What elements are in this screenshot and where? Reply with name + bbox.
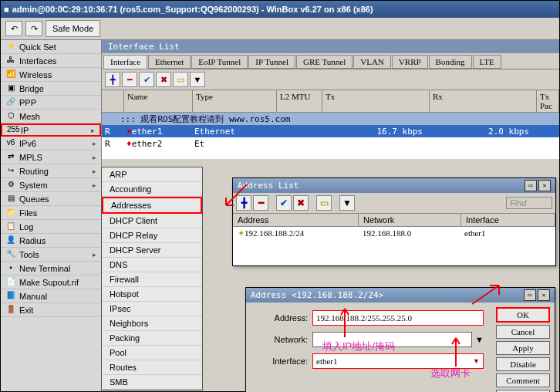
submenu-item-packing[interactable]: Packing: [102, 331, 202, 346]
submenu-item-dhcp-server[interactable]: DHCP Server: [102, 243, 202, 258]
apply-button[interactable]: Apply: [496, 341, 550, 355]
tab-interface[interactable]: Interface: [103, 55, 147, 69]
sidebar-item-queues[interactable]: ▤Queues: [1, 192, 101, 206]
enable-button[interactable]: ✔: [139, 72, 154, 87]
chevron-right-icon: ▸: [93, 154, 96, 161]
address-row[interactable]: ✦192.168.188.2/24 192.168.188.0 ether1: [233, 227, 555, 239]
interface-grid-header: Name Type L2 MTU Tx Rx Tx Pac: [102, 90, 559, 113]
sidebar-item-mesh[interactable]: ⬡Mesh: [1, 110, 101, 123]
sidebar-item-quick-set[interactable]: ⚡Quick Set: [1, 40, 101, 54]
sidebar-item-make-supout.rif[interactable]: 📄Make Supout.rif: [1, 275, 101, 289]
find-input[interactable]: Find: [506, 197, 552, 209]
submenu-item-routes[interactable]: Routes: [102, 360, 202, 375]
menu-icon: 🔧: [5, 249, 16, 260]
col-interface[interactable]: Interface: [461, 214, 555, 226]
undo-button[interactable]: ↶: [5, 21, 22, 36]
sidebar-item-manual[interactable]: 📘Manual: [1, 289, 101, 303]
submenu-item-smb[interactable]: SMB: [102, 375, 202, 390]
tab-eoip-tunnel[interactable]: EoIP Tunnel: [191, 55, 248, 69]
disable-button[interactable]: Disable: [496, 357, 550, 371]
close-icon[interactable]: ✕: [538, 180, 551, 191]
interface-select[interactable]: ether1 ▼: [312, 353, 484, 369]
close-icon[interactable]: ✕: [538, 289, 550, 301]
tab-vlan[interactable]: VLAN: [353, 55, 391, 69]
tab-gre-tunnel[interactable]: GRE Tunnel: [296, 55, 353, 69]
interface-row[interactable]: R♦ether1Ethernet16.7 kbps2.0 kbps: [102, 125, 559, 137]
sidebar-item-wireless[interactable]: 📶Wireless: [1, 68, 101, 82]
remove-button[interactable]: ━: [122, 72, 137, 87]
address-list-title: Address List ▭ ✕: [233, 178, 555, 193]
submenu-item-ipsec[interactable]: IPsec: [102, 302, 202, 316]
submenu-item-pool[interactable]: Pool: [102, 346, 202, 360]
sidebar-item-exit[interactable]: 🚪Exit: [1, 303, 101, 317]
submenu-item-dhcp-relay[interactable]: DHCP Relay: [102, 228, 202, 243]
col-name[interactable]: Name: [124, 90, 193, 112]
sidebar-item-radius[interactable]: 👤Radius: [1, 234, 101, 248]
sidebar-item-bridge[interactable]: ▣Bridge: [1, 82, 101, 96]
comment-button[interactable]: ▭: [173, 72, 188, 87]
sidebar-item-new-terminal[interactable]: ▪New Terminal: [1, 262, 101, 275]
comment-button[interactable]: Comment: [496, 373, 550, 387]
menu-icon: ▤: [5, 194, 16, 204]
col-l2mtu[interactable]: L2 MTU: [277, 90, 322, 112]
sidebar-item-ppp[interactable]: 🔗PPP: [1, 96, 101, 110]
submenu-item-firewall[interactable]: Firewall: [102, 272, 202, 287]
menu-icon: ▪: [5, 263, 16, 274]
submenu-item-arp[interactable]: ARP: [102, 167, 202, 182]
network-input[interactable]: [312, 332, 472, 347]
chevron-right-icon: ▸: [91, 127, 95, 134]
network-label: Network:: [254, 335, 308, 344]
sidebar: ⚡Quick Set🖧Interfaces📶Wireless▣Bridge🔗PP…: [1, 40, 102, 391]
interface-row[interactable]: R♦ether2Et: [102, 137, 559, 150]
sidebar-item-routing[interactable]: ↪Routing▸: [1, 164, 101, 178]
sidebar-item-files[interactable]: 📁Files: [1, 206, 101, 220]
submenu-item-addresses[interactable]: Addresses: [102, 197, 202, 214]
sidebar-item-interfaces[interactable]: 🖧Interfaces: [1, 54, 101, 68]
ok-button[interactable]: OK: [496, 307, 550, 323]
submenu-item-dns[interactable]: DNS: [102, 258, 202, 272]
filter-button[interactable]: ▼: [190, 72, 205, 87]
menu-icon: v6: [5, 138, 16, 149]
add-button[interactable]: ╋: [105, 72, 120, 87]
tab-bonding[interactable]: Bonding: [429, 55, 472, 69]
safe-mode-button[interactable]: Safe Mode: [46, 20, 100, 37]
sidebar-item-ip[interactable]: 255IP▸: [1, 123, 101, 137]
col-network[interactable]: Network: [359, 214, 461, 226]
disable-button[interactable]: ✖: [156, 72, 171, 87]
col-type[interactable]: Type: [193, 90, 277, 112]
enable-button[interactable]: ✔: [276, 195, 292, 211]
address-grid: ✦192.168.188.2/24 192.168.188.0 ether1: [233, 227, 555, 265]
col-txpac[interactable]: Tx Pac: [537, 90, 559, 112]
tab-vrrp[interactable]: VRRP: [392, 55, 428, 69]
disable-button[interactable]: ✖: [293, 195, 309, 211]
address-input[interactable]: [312, 310, 484, 326]
sidebar-item-ipv6[interactable]: v6IPv6▸: [1, 137, 101, 150]
tab-ethernet[interactable]: Ethernet: [148, 55, 191, 69]
redo-button[interactable]: ↷: [25, 21, 42, 36]
filter-button[interactable]: ▼: [339, 195, 355, 211]
col-address[interactable]: Address: [233, 214, 359, 226]
submenu-item-hotspot[interactable]: Hotspot: [102, 287, 202, 302]
remove-button[interactable]: ━: [253, 195, 268, 211]
tab-ip-tunnel[interactable]: IP Tunnel: [248, 55, 295, 69]
sidebar-item-log[interactable]: 📋Log: [1, 220, 101, 234]
cancel-button[interactable]: Cancel: [496, 325, 550, 339]
address-list-toolbar: ╋ ━ ✔ ✖ ▭ ▼ Find: [233, 193, 555, 213]
sidebar-item-mpls[interactable]: ⇄MPLS▸: [1, 150, 101, 164]
minimize-icon[interactable]: ▭: [525, 180, 537, 191]
sidebar-item-system[interactable]: ⚙System▸: [1, 178, 101, 192]
col-tx[interactable]: Tx: [322, 90, 430, 112]
tab-lte[interactable]: LTE: [473, 55, 501, 69]
submenu-item-neighbors[interactable]: Neighbors: [102, 316, 202, 331]
chevron-right-icon: ▸: [93, 140, 96, 147]
submenu-item-dhcp-client[interactable]: DHCP Client: [102, 214, 202, 228]
menu-icon: 📁: [5, 208, 16, 218]
minimize-icon[interactable]: ▭: [524, 289, 536, 301]
add-button[interactable]: ╋: [236, 195, 251, 211]
comment-button[interactable]: ▭: [316, 195, 332, 211]
submenu-item-accounting[interactable]: Accounting: [102, 182, 202, 197]
interface-label: Interface:: [254, 357, 308, 366]
col-rx[interactable]: Rx: [430, 90, 537, 112]
sidebar-item-tools[interactable]: 🔧Tools▸: [1, 248, 101, 262]
menu-icon: ⚡: [5, 42, 16, 52]
